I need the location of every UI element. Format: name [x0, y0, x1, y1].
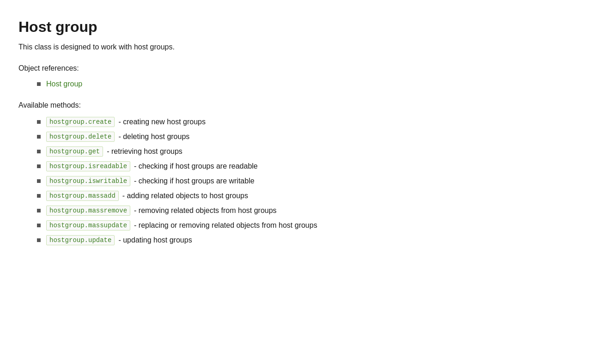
references-list: Host group — [18, 80, 590, 88]
method-code[interactable]: hostgroup.massupdate — [46, 220, 130, 231]
object-references-section: Object references: Host group — [18, 64, 590, 88]
method-description: - adding related objects to host groups — [122, 192, 248, 200]
method-description: - replacing or removing related objects … — [134, 221, 317, 230]
method-description: - removing related objects from host gro… — [134, 206, 277, 215]
method-description: - checking if host groups are readable — [134, 162, 258, 170]
bullet-icon — [37, 224, 41, 227]
list-item: hostgroup.delete- deleting host groups — [37, 132, 590, 142]
method-description: - checking if host groups are writable — [134, 177, 255, 185]
method-code[interactable]: hostgroup.massremove — [46, 206, 130, 216]
method-description: - updating host groups — [118, 236, 192, 244]
method-description: - retrieving host groups — [107, 147, 182, 156]
list-item: hostgroup.get- retrieving host groups — [37, 146, 590, 157]
object-references-label: Object references: — [18, 64, 590, 73]
method-code[interactable]: hostgroup.update — [46, 235, 115, 245]
bullet-icon — [37, 209, 41, 212]
method-description: - deleting host groups — [118, 133, 189, 141]
page-description: This class is designed to work with host… — [18, 43, 590, 51]
method-code[interactable]: hostgroup.iswritable — [46, 176, 130, 186]
method-code[interactable]: hostgroup.create — [46, 117, 115, 127]
available-methods-section: Available methods: hostgroup.create- cre… — [18, 101, 590, 245]
method-description: - creating new host groups — [118, 118, 206, 126]
list-item: hostgroup.iswritable- checking if host g… — [37, 176, 590, 186]
available-methods-label: Available methods: — [18, 101, 590, 109]
methods-list: hostgroup.create- creating new host grou… — [18, 117, 590, 245]
bullet-icon — [37, 82, 41, 86]
page-title: Host group — [18, 18, 590, 36]
list-item: hostgroup.massremove- removing related o… — [37, 206, 590, 216]
bullet-icon — [37, 238, 41, 242]
bullet-icon — [37, 135, 41, 139]
list-item: hostgroup.massadd- adding related object… — [37, 191, 590, 201]
method-code[interactable]: hostgroup.massadd — [46, 191, 119, 201]
method-code[interactable]: hostgroup.get — [46, 146, 103, 157]
list-item: Host group — [37, 80, 590, 88]
list-item: hostgroup.massupdate- replacing or remov… — [37, 220, 590, 231]
bullet-icon — [37, 179, 41, 183]
bullet-icon — [37, 194, 41, 198]
bullet-icon — [37, 164, 41, 168]
method-code[interactable]: hostgroup.isreadable — [46, 161, 130, 171]
bullet-icon — [37, 120, 41, 124]
list-item: hostgroup.create- creating new host grou… — [37, 117, 590, 127]
bullet-icon — [37, 150, 41, 153]
method-code[interactable]: hostgroup.delete — [46, 132, 115, 142]
list-item: hostgroup.isreadable- checking if host g… — [37, 161, 590, 171]
reference-link[interactable]: Host group — [46, 80, 82, 88]
list-item: hostgroup.update- updating host groups — [37, 235, 590, 245]
